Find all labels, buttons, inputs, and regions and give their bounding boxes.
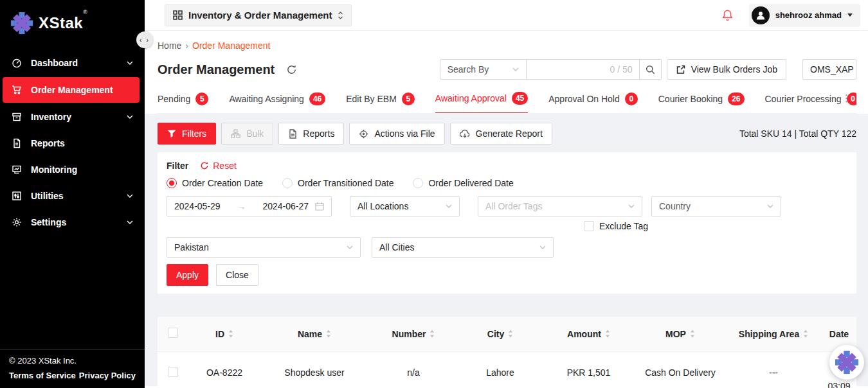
column-header-name[interactable]: Name: [260, 329, 368, 339]
app-selector[interactable]: Inventory & Order Management: [165, 4, 352, 26]
reset-button[interactable]: Reset: [200, 161, 237, 171]
sort-icon: [326, 330, 331, 338]
country-value-select[interactable]: Pakistan: [167, 237, 361, 258]
radio-order-creation-date[interactable]: Order Creation Date: [167, 178, 263, 188]
radio-label: Order Transitioned Date: [298, 178, 393, 188]
tab-label: Awaiting Approval: [435, 93, 507, 103]
cart-icon: [12, 85, 22, 95]
sidebar: XStak® Dashboard Order Management Invent…: [0, 0, 145, 388]
tab-awaiting-assigning[interactable]: Awaiting Assigning46: [229, 86, 325, 113]
more-tabs-icon[interactable]: ⋮: [842, 93, 851, 104]
date-from: 2024-05-29: [174, 201, 221, 211]
column-header-id[interactable]: ID: [188, 329, 260, 339]
tab-pending[interactable]: Pending5: [158, 86, 208, 113]
monitoring-icon: [12, 164, 22, 175]
sidebar-item-utilities[interactable]: Utilities: [0, 183, 145, 209]
support-widget-button[interactable]: [829, 345, 864, 380]
sidebar-item-order-management[interactable]: Order Management: [3, 77, 140, 103]
caret-updown-icon: [338, 11, 343, 20]
sidebar-item-inventory[interactable]: Inventory: [0, 104, 145, 130]
refresh-button[interactable]: [286, 64, 297, 75]
environment-select[interactable]: OMS_XAP: [802, 59, 856, 80]
notifications-button[interactable]: [721, 9, 734, 22]
column-label: Number: [392, 329, 426, 339]
generate-report-button[interactable]: Generate Report: [450, 123, 552, 145]
sidebar-item-settings[interactable]: Settings: [0, 209, 145, 235]
brand-logo[interactable]: XStak®: [0, 0, 145, 44]
cell-number: n/a: [368, 351, 458, 388]
topbar: Inventory & Order Management shehrooz ah…: [145, 0, 868, 31]
search-input[interactable]: [533, 64, 610, 75]
user-menu[interactable]: shehrooz ahmad: [749, 4, 860, 27]
cell-mop: Cash On Delivery: [635, 351, 725, 388]
reports-label: Reports: [303, 128, 334, 139]
crosshair-icon: [359, 129, 368, 139]
column-header-mop[interactable]: MOP: [635, 329, 725, 339]
bulk-button[interactable]: Bulk: [221, 123, 273, 145]
terms-of-service-link[interactable]: Terms of Service: [9, 371, 76, 380]
order-tags-select[interactable]: All Order Tags: [478, 196, 642, 216]
chevron-down-icon: [127, 194, 133, 198]
country-value: Pakistan: [174, 242, 209, 252]
bulk-icon: [231, 129, 240, 138]
search-icon: [646, 65, 655, 75]
row-checkbox[interactable]: [168, 367, 178, 377]
sidebar-item-reports[interactable]: Reports: [0, 130, 145, 156]
exclude-tag-checkbox[interactable]: [584, 221, 594, 231]
view-bulk-orders-button[interactable]: View Bulk Orders Job: [667, 59, 786, 80]
close-button[interactable]: Close: [216, 264, 258, 286]
close-label: Close: [226, 270, 249, 280]
tab-label: Courier Processing: [765, 94, 842, 104]
sort-icon: [690, 330, 695, 338]
actions-via-file-button[interactable]: Actions via File: [349, 123, 444, 145]
column-header-city[interactable]: City: [458, 329, 542, 339]
select-all-checkbox[interactable]: [168, 328, 178, 338]
radio-order-transitioned-date[interactable]: Order Transitioned Date: [282, 178, 393, 188]
locations-select[interactable]: All Locations: [350, 196, 460, 216]
country-placeholder: Country: [659, 201, 691, 211]
tab-approval-on-hold[interactable]: Approval On Hold0: [548, 86, 638, 113]
sidebar-item-dashboard[interactable]: Dashboard: [0, 50, 145, 76]
column-header-number[interactable]: Number: [368, 329, 458, 339]
cities-select[interactable]: All Cities: [372, 237, 554, 258]
app-selector-label: Inventory & Order Management: [188, 10, 332, 21]
table-row[interactable]: OA-8222 Shopdesk user n/a Lahore PKR 1,5…: [158, 351, 856, 388]
sidebar-collapse-toggle[interactable]: ‹ ›: [136, 31, 153, 48]
column-header-amount[interactable]: Amount: [542, 329, 635, 339]
exclude-tag-option[interactable]: Exclude Tag: [584, 220, 847, 232]
search-button[interactable]: [640, 59, 662, 80]
filters-button[interactable]: Filters: [158, 123, 216, 145]
actions-via-file-label: Actions via File: [374, 128, 435, 139]
breadcrumb-current[interactable]: Order Management: [192, 40, 270, 51]
apply-button[interactable]: Apply: [167, 264, 208, 286]
chevron-down-icon: [767, 204, 773, 208]
tab-courier-booking[interactable]: Courier Booking26: [658, 86, 745, 113]
orders-table-card: ID Name Number City Amount MOP Shipping …: [158, 317, 856, 388]
exclude-tag-label: Exclude Tag: [599, 221, 648, 231]
tab-edit-by-ebm[interactable]: Edit By EBM5: [346, 86, 415, 113]
reports-button[interactable]: Reports: [278, 123, 344, 145]
environment-value: OMS_XAP: [810, 64, 854, 75]
privacy-policy-link[interactable]: Privacy Policy: [79, 371, 136, 380]
breadcrumb-home[interactable]: Home: [158, 40, 181, 51]
country-select[interactable]: Country: [651, 196, 781, 216]
apply-label: Apply: [176, 270, 199, 280]
chevron-down-icon: [539, 245, 546, 249]
brand-registered-mark: ®: [83, 9, 87, 15]
column-label: City: [487, 329, 504, 339]
search-by-select[interactable]: Search By: [440, 59, 527, 80]
date-range-picker[interactable]: 2024-05-29 → 2024-06-27: [167, 196, 332, 216]
app-grid-icon: [173, 10, 183, 20]
sidebar-item-label: Settings: [31, 217, 118, 227]
column-header-date[interactable]: Date: [822, 329, 856, 339]
tab-awaiting-approval[interactable]: Awaiting Approval45: [435, 86, 528, 114]
column-header-shipping-area[interactable]: Shipping Area: [725, 329, 822, 339]
sidebar-item-label: Order Management: [31, 85, 131, 95]
sidebar-item-monitoring[interactable]: Monitoring: [0, 157, 145, 182]
radio-order-delivered-date[interactable]: Order Delivered Date: [413, 178, 513, 188]
date-type-radios: Order Creation Date Order Transitioned D…: [167, 177, 847, 190]
status-tabs: Pending5 Awaiting Assigning46 Edit By EB…: [158, 86, 856, 114]
tab-count-badge: 5: [402, 93, 415, 105]
copyright-text: © 2023 XStak Inc.: [9, 356, 136, 366]
bulk-label: Bulk: [246, 128, 264, 139]
